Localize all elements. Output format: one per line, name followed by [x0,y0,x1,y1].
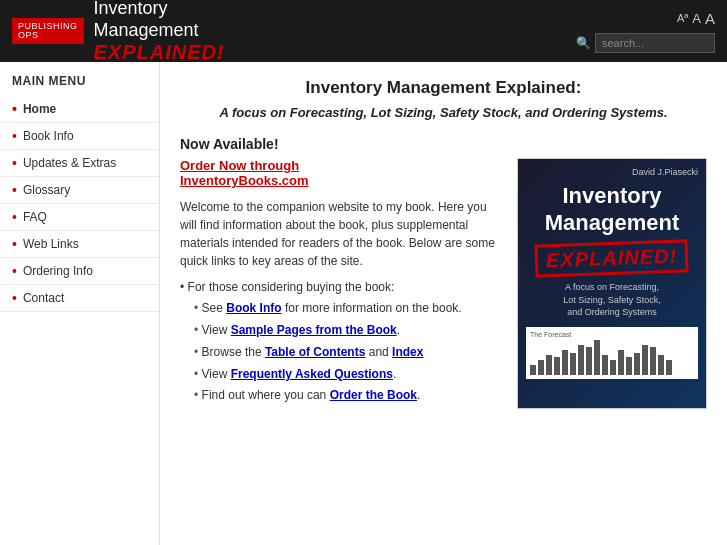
book-chart-area: The Forecast [526,327,698,379]
text-section: Order Now throughInventoryBooks.com Welc… [180,158,503,409]
bullet-icon: • [12,182,17,198]
sidebar-item-label: Book Info [23,129,74,143]
list-item: Browse the Table of Contents and Index [194,344,503,361]
sample-pages-link[interactable]: Sample Pages from the Book [231,323,397,337]
index-link[interactable]: Index [392,345,423,359]
sidebar-item-contact[interactable]: • Contact [0,285,159,312]
book-cover: David J.Piasecki InventoryManagement EXP… [517,158,707,409]
chart-bar [650,347,656,375]
search-icon: 🔍 [576,36,591,50]
chart-bar [618,350,624,375]
quick-links-label: For those considering buying the book: [180,280,503,294]
book-author: David J.Piasecki [632,167,698,177]
chart-bar [658,355,664,375]
chart-bar [634,353,640,375]
sidebar-title: MAIN MENU [0,74,159,96]
chart-bar [570,353,576,375]
chart-bar [610,360,616,375]
chart-bar [626,357,632,375]
sidebar-item-label: Web Links [23,237,79,251]
chart-bar [578,345,584,375]
order-now-link[interactable]: Order Now throughInventoryBooks.com [180,158,309,188]
bullet-icon: • [12,155,17,171]
book-info-link[interactable]: Book Info [226,301,281,315]
sidebar-item-home[interactable]: • Home [0,96,159,123]
ops-logo: PUBLISHING OPS [12,18,84,44]
now-available-label: Now Available! [180,136,707,152]
page-subtitle: A focus on Forecasting, Lot Sizing, Safe… [180,104,707,122]
sidebar-item-bookinfo[interactable]: • Book Info [0,123,159,150]
chart-label: The Forecast [530,331,694,338]
book-explained-stamp: EXPLAINED! [535,239,689,277]
sidebar-item-updates[interactable]: • Updates & Extras [0,150,159,177]
header-right: Aª A A 🔍 [576,10,715,53]
page-title: Inventory Management Explained: [180,78,707,98]
logo-ops-text: OPS [18,31,78,40]
toc-link[interactable]: Table of Contents [265,345,365,359]
site-title-explained: EXPLAINED! [94,41,225,64]
chart-bar [642,345,648,375]
sidebar-item-label: Contact [23,291,64,305]
main-layout: MAIN MENU • Home • Book Info • Updates &… [0,62,727,545]
site-title-block: InventoryManagement EXPLAINED! [94,0,225,64]
sidebar-item-weblinks[interactable]: • Web Links [0,231,159,258]
chart-bar [594,340,600,375]
chart-bar [602,355,608,375]
bullet-icon: • [12,128,17,144]
list-item: View Sample Pages from the Book. [194,322,503,339]
book-subtitle: A focus on Forecasting,Lot Sizing, Safet… [563,281,661,319]
sidebar-item-label: Glossary [23,183,70,197]
font-small-button[interactable]: Aª [677,12,688,24]
bullet-icon: • [12,101,17,117]
sidebar-item-label: Ordering Info [23,264,93,278]
sidebar-item-ordering[interactable]: • Ordering Info [0,258,159,285]
sidebar-item-faq[interactable]: • FAQ [0,204,159,231]
intro-text: Welcome to the companion website to my b… [180,198,503,270]
sidebar: MAIN MENU • Home • Book Info • Updates &… [0,62,160,545]
faq-link[interactable]: Frequently Asked Questions [231,367,393,381]
list-item: Find out where you can Order the Book. [194,387,503,404]
chart-bar [546,355,552,375]
bullet-icon: • [12,290,17,306]
content-body: Order Now throughInventoryBooks.com Welc… [180,158,707,409]
book-main-title: InventoryManagement [545,183,679,236]
chart-bar [666,360,672,375]
chart-bar [554,357,560,375]
order-book-link[interactable]: Order the Book [330,388,417,402]
search-input[interactable] [595,33,715,53]
list-item: View Frequently Asked Questions. [194,366,503,383]
search-area: 🔍 [576,33,715,53]
sidebar-item-glossary[interactable]: • Glossary [0,177,159,204]
bullet-icon: • [12,209,17,225]
sidebar-item-label: Updates & Extras [23,156,116,170]
chart-bar [538,360,544,375]
logo-area: PUBLISHING OPS InventoryManagement EXPLA… [12,0,225,64]
content-area: Inventory Management Explained: A focus … [160,62,727,545]
chart-bar [586,347,592,375]
bullet-icon: • [12,236,17,252]
header: PUBLISHING OPS InventoryManagement EXPLA… [0,0,727,62]
sidebar-item-label: FAQ [23,210,47,224]
quick-links-list: See Book Info for more information on th… [180,300,503,404]
font-medium-button[interactable]: A [692,11,701,26]
chart-bar [562,350,568,375]
chart-bars [530,340,694,375]
list-item: See Book Info for more information on th… [194,300,503,317]
font-controls: Aª A A [677,10,715,27]
font-large-button[interactable]: A [705,10,715,27]
chart-bar [530,365,536,375]
bullet-icon: • [12,263,17,279]
site-title: InventoryManagement [94,0,225,41]
sidebar-item-label: Home [23,102,56,116]
